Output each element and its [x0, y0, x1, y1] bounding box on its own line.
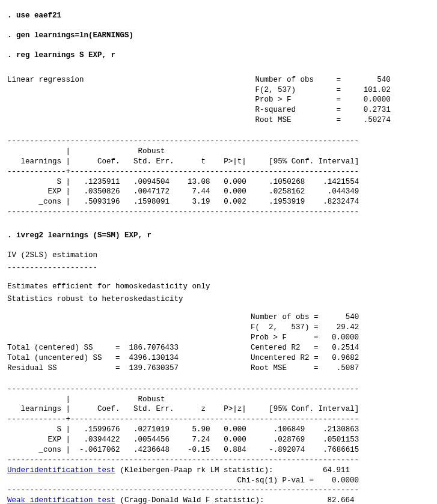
- hdr: P>|z|: [224, 405, 246, 413]
- cmd-gen: . gen learnings=ln(EARNINGS): [7, 31, 430, 41]
- value: 0.2514: [332, 344, 359, 352]
- value: 0.0000: [332, 333, 359, 342]
- reg-header: Linear regression Number of obs = 540 F(…: [7, 75, 430, 126]
- cell: 0.000: [224, 187, 246, 196]
- value: 29.42: [337, 323, 359, 332]
- cell: -0.15: [188, 446, 210, 454]
- cell: S: [57, 425, 62, 434]
- hdr: Robust: [138, 395, 165, 404]
- cell: .5093196: [84, 198, 120, 206]
- cell: .1598091: [133, 198, 170, 206]
- label: R-squared: [255, 106, 296, 114]
- text: (Cragg-Donald Wald F statistic):: [115, 496, 264, 504]
- cell: 0.000: [224, 178, 246, 186]
- label: F( 2, 537): [251, 323, 310, 332]
- cell: 0.000: [224, 425, 246, 434]
- hdr: t: [201, 157, 206, 166]
- label: Prob > F: [251, 333, 287, 342]
- cell: 0.002: [224, 198, 246, 206]
- cell: 7.24: [192, 436, 210, 444]
- value: 540: [346, 313, 359, 321]
- cell: 7.44: [192, 187, 210, 196]
- cell: _cons: [39, 198, 62, 206]
- value: .50274: [364, 116, 391, 124]
- cell: .1050268: [269, 178, 305, 186]
- iv-note1: Estimates efficient for homoskedasticity…: [7, 282, 430, 292]
- cell: .1421554: [323, 178, 359, 186]
- hdr: learnings: [21, 405, 62, 413]
- cell: 3.19: [192, 198, 210, 206]
- text: (Kleibergen-Paap rk LM statistic):: [115, 466, 274, 475]
- hdr: [95% Conf. Interval]: [269, 405, 359, 413]
- iv-stats: Number of obs = 540 F( 2, 537) = 29.42 P…: [7, 312, 430, 373]
- cell: .106849: [274, 425, 305, 434]
- label: Total (uncentered) SS: [7, 354, 102, 362]
- value: 139.7630357: [129, 364, 179, 372]
- value: 82.664: [328, 496, 355, 504]
- hdr: z: [201, 405, 206, 413]
- label: Uncentered R2: [251, 354, 310, 362]
- cell: .0271019: [133, 425, 170, 434]
- label: Root MSE: [251, 364, 287, 372]
- cell: .0501153: [323, 436, 359, 444]
- cell: .028769: [274, 436, 305, 444]
- hdr: Robust: [138, 147, 165, 156]
- reg-title: Linear regression: [7, 76, 84, 84]
- label: Residual SS: [7, 364, 57, 372]
- label: Prob > F: [255, 96, 292, 104]
- label: Number of obs: [255, 76, 314, 84]
- hdr: Coef.: [97, 405, 120, 413]
- cell: EXP: [48, 436, 62, 444]
- cell: .0350826: [84, 187, 120, 196]
- label: Centered R2: [251, 344, 301, 352]
- cell: _cons: [39, 446, 62, 454]
- cmd-use: . use eaef21: [7, 11, 430, 21]
- value: 101.02: [364, 86, 391, 94]
- value: 186.7076433: [129, 344, 179, 352]
- cell: .0047172: [133, 187, 170, 196]
- hdr: Std. Err.: [133, 157, 174, 166]
- value: 4396.130134: [129, 354, 179, 362]
- weakid-test-link[interactable]: Weak identification test: [7, 496, 115, 504]
- cell: .0054456: [133, 436, 170, 444]
- label: Chi-sq(1) P-val =: [237, 476, 314, 485]
- cell: .0258162: [269, 187, 305, 196]
- cell: -.0617062: [79, 446, 120, 454]
- value: 0.0000: [332, 476, 359, 485]
- hdr: Coef.: [97, 157, 120, 166]
- value: 0.2731: [364, 106, 391, 114]
- cell: 0.000: [224, 436, 246, 444]
- value: 0.9682: [332, 354, 359, 362]
- cell: .1599676: [84, 425, 120, 434]
- cell: EXP: [48, 187, 62, 196]
- cell: .1953919: [269, 198, 305, 206]
- cell: .0094504: [133, 178, 170, 186]
- hdr: [95% Conf. Interval]: [269, 157, 359, 166]
- cell: .044349: [328, 187, 359, 196]
- hdr: P>|t|: [224, 157, 246, 166]
- value: 64.911: [323, 466, 350, 475]
- cmd-ivreg: . ivreg2 learnings (S=SM) EXP, r: [7, 231, 430, 241]
- cell: .0394422: [84, 436, 120, 444]
- iv-table: ----------------------------------------…: [7, 384, 430, 504]
- cell: 13.08: [188, 178, 210, 186]
- cmd-reg: . reg learnings S EXP, r: [7, 50, 430, 61]
- cell: .7686615: [323, 446, 359, 454]
- value: 0.0000: [364, 96, 391, 104]
- cell: 5.90: [192, 425, 210, 434]
- underid-test-link[interactable]: Underidentification test: [7, 466, 115, 475]
- cell: .2130863: [323, 425, 359, 434]
- hdr: learnings: [21, 157, 62, 166]
- value: 540: [377, 76, 391, 84]
- cell: .8232474: [323, 198, 359, 206]
- label: Total (centered) SS: [7, 344, 93, 352]
- cell: .1235911: [84, 178, 120, 186]
- label: Number of obs: [251, 313, 310, 321]
- cell: -.892074: [269, 446, 305, 454]
- reg-table: ----------------------------------------…: [7, 136, 430, 217]
- cell: S: [57, 178, 62, 186]
- divider: --------------------: [7, 263, 430, 273]
- cell: 0.884: [224, 446, 246, 454]
- label: F(2, 537): [255, 86, 296, 94]
- hdr: Std. Err.: [133, 405, 174, 413]
